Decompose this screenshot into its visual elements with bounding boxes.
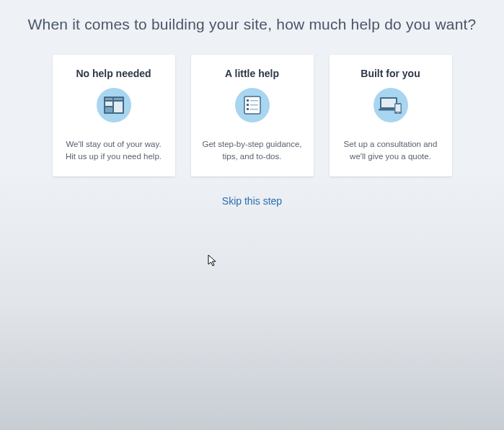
card-description: We'll stay out of your way. Hit us up if… bbox=[61, 138, 167, 164]
site-editor-icon bbox=[97, 88, 131, 122]
svg-rect-11 bbox=[247, 108, 249, 110]
option-cards: No help needed We'll stay out of your wa… bbox=[22, 55, 482, 176]
option-card-built-for-you[interactable]: Built for you Set up a consultation and … bbox=[330, 55, 452, 176]
devices-icon bbox=[373, 88, 408, 122]
svg-rect-8 bbox=[250, 100, 258, 102]
svg-rect-3 bbox=[105, 102, 112, 106]
svg-rect-5 bbox=[105, 107, 112, 112]
page-title: When it comes to building your site, how… bbox=[22, 16, 482, 33]
svg-rect-7 bbox=[247, 99, 249, 102]
onboarding-help-step: When it comes to building your site, how… bbox=[0, 0, 504, 207]
mouse-cursor-icon bbox=[208, 254, 218, 267]
card-title: No help needed bbox=[76, 68, 151, 79]
svg-rect-10 bbox=[250, 104, 258, 106]
option-card-little-help[interactable]: A little help Get step-by-step guidance,… bbox=[191, 55, 314, 176]
card-description: Set up a consultation and we'll give you… bbox=[338, 138, 443, 164]
svg-rect-12 bbox=[250, 109, 258, 110]
card-description: Get step-by-step guidance, tips, and to-… bbox=[200, 138, 305, 164]
card-title: A little help bbox=[225, 68, 279, 79]
svg-rect-4 bbox=[114, 102, 123, 112]
svg-rect-14 bbox=[381, 99, 396, 107]
svg-rect-2 bbox=[114, 98, 123, 100]
skip-step-link[interactable]: Skip this step bbox=[222, 195, 282, 207]
option-card-no-help[interactable]: No help needed We'll stay out of your wa… bbox=[53, 55, 175, 176]
svg-point-18 bbox=[397, 112, 399, 114]
checklist-icon bbox=[235, 88, 270, 122]
svg-rect-9 bbox=[247, 104, 249, 106]
svg-rect-1 bbox=[105, 98, 112, 100]
svg-rect-17 bbox=[395, 104, 400, 112]
card-title: Built for you bbox=[361, 68, 420, 79]
